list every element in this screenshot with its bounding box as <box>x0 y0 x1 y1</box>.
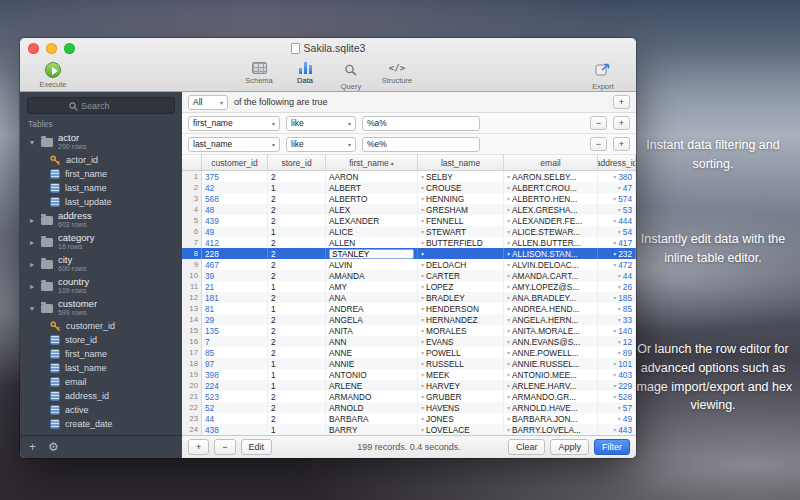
cell-dropdown-icon[interactable]: ▾ <box>618 305 621 312</box>
cell-first-name[interactable]: ARMANDO <box>326 391 418 402</box>
zoom-button[interactable] <box>64 43 75 54</box>
cell-last-name[interactable]: ▾SELBY <box>418 171 504 182</box>
cell-last-name[interactable]: ▾DELOACH <box>418 259 504 270</box>
sidebar-column-customer-create_date[interactable]: create_date <box>20 417 182 431</box>
export-button[interactable]: Export <box>580 60 626 91</box>
cell-last-name[interactable]: ▾BUTTERFIELD <box>418 237 504 248</box>
cell-store-id[interactable]: 2 <box>268 292 326 303</box>
cell-last-name[interactable]: ▾HENDERSON <box>418 303 504 314</box>
add-row-button[interactable]: + <box>188 439 209 455</box>
chevron-right-icon[interactable]: ▸ <box>28 216 36 225</box>
row-number[interactable]: 2 <box>182 182 202 193</box>
cell-dropdown-icon[interactable]: ▾ <box>618 404 621 411</box>
table-row[interactable]: 23 44 2 BARBARA ▾JONES ▾BARBARA.JON... ▾… <box>182 413 636 424</box>
cell-dropdown-icon[interactable]: ▾ <box>613 426 616 433</box>
cell-first-name[interactable]: ALICE <box>326 226 418 237</box>
sidebar-column-customer-address_id[interactable]: address_id <box>20 389 182 403</box>
cell-email[interactable]: ▾ANTONIO.MEE... <box>504 369 598 380</box>
row-number[interactable]: 3 <box>182 193 202 204</box>
row-number[interactable]: 21 <box>182 391 202 402</box>
cell-address-id[interactable]: ▾472 <box>598 259 636 270</box>
cell-dropdown-icon[interactable]: ▾ <box>613 239 616 246</box>
add-filter-group-button[interactable]: + <box>613 95 630 109</box>
cell-last-name[interactable]: ▾MEEK <box>418 369 504 380</box>
cell-address-id[interactable]: ▾47 <box>598 182 636 193</box>
sidebar-column-customer-active[interactable]: active <box>20 403 182 417</box>
cell-address-id[interactable]: ▾417 <box>598 237 636 248</box>
cell-store-id[interactable]: 1 <box>268 226 326 237</box>
search-input[interactable] <box>81 101 133 111</box>
cell-email[interactable]: ▾ANNIE.RUSSEL... <box>504 358 598 369</box>
table-row[interactable]: 11 21 1 AMY ▾LOPEZ ▾AMY.LOPEZ@S... ▾26 <box>182 281 636 292</box>
sidebar-item-actor[interactable]: ▾ actor 200 rows <box>20 131 182 153</box>
cell-email[interactable]: ▾ALBERT.CROU... <box>504 182 598 193</box>
cell-customer-id[interactable]: 42 <box>202 182 268 193</box>
cell-dropdown-icon[interactable]: ▾ <box>421 206 424 213</box>
cell-address-id[interactable]: ▾443 <box>598 424 636 435</box>
cell-address-id[interactable]: ▾12 <box>598 336 636 347</box>
sidebar-item-city[interactable]: ▸ city 600 rows <box>20 253 182 275</box>
cell-dropdown-icon[interactable]: ▾ <box>507 404 510 411</box>
cell-first-name[interactable] <box>326 248 418 259</box>
cell-customer-id[interactable]: 228 <box>202 248 268 259</box>
row-number[interactable]: 10 <box>182 270 202 281</box>
cell-customer-id[interactable]: 438 <box>202 424 268 435</box>
cell-dropdown-icon[interactable]: ▾ <box>421 217 424 224</box>
cell-last-name[interactable]: ▾LOPEZ <box>418 281 504 292</box>
row-number[interactable]: 17 <box>182 347 202 358</box>
cell-customer-id[interactable]: 568 <box>202 193 268 204</box>
cell-email[interactable]: ▾AMANDA.CART... <box>504 270 598 281</box>
cell-customer-id[interactable]: 7 <box>202 336 268 347</box>
cell-store-id[interactable]: 1 <box>268 303 326 314</box>
cell-store-id[interactable]: 2 <box>268 347 326 358</box>
table-row[interactable]: 13 81 1 ANDREA ▾HENDERSON ▾ANDREA.HEND..… <box>182 303 636 314</box>
cell-dropdown-icon[interactable]: ▾ <box>421 360 424 367</box>
cell-first-name[interactable]: AMANDA <box>326 270 418 281</box>
cell-customer-id[interactable]: 467 <box>202 259 268 270</box>
cell-store-id[interactable]: 1 <box>268 380 326 391</box>
cell-last-name[interactable]: ▾GRUBER <box>418 391 504 402</box>
cell-first-name[interactable]: ALBERT <box>326 182 418 193</box>
cell-dropdown-icon[interactable]: ▾ <box>507 327 510 334</box>
cell-dropdown-icon[interactable]: ▾ <box>507 239 510 246</box>
column-header-customer_id[interactable]: customer_id <box>202 155 268 170</box>
column-header-last_name[interactable]: last_name <box>418 155 504 170</box>
sidebar-search[interactable] <box>27 97 175 114</box>
cell-customer-id[interactable]: 81 <box>202 303 268 314</box>
cell-dropdown-icon[interactable]: ▾ <box>507 426 510 433</box>
minimize-button[interactable] <box>46 43 57 54</box>
filter-column-select-1[interactable]: first_name ▾ <box>188 116 280 131</box>
cell-dropdown-icon[interactable]: ▾ <box>507 360 510 367</box>
filter-column-select-2[interactable]: last_name ▾ <box>188 137 280 152</box>
cell-dropdown-icon[interactable]: ▾ <box>613 217 616 224</box>
add-table-button[interactable]: + <box>29 440 36 454</box>
cell-first-name[interactable]: AMY <box>326 281 418 292</box>
cell-first-name[interactable]: ANITA <box>326 325 418 336</box>
column-header-address_id[interactable]: address_id <box>598 155 636 170</box>
row-number[interactable]: 24 <box>182 424 202 435</box>
cell-first-name[interactable]: ANN <box>326 336 418 347</box>
row-number[interactable]: 6 <box>182 226 202 237</box>
cell-customer-id[interactable]: 181 <box>202 292 268 303</box>
cell-first-name[interactable]: BARBARA <box>326 413 418 424</box>
sidebar-item-address[interactable]: ▸ address 603 rows <box>20 209 182 231</box>
row-number[interactable]: 18 <box>182 358 202 369</box>
cell-dropdown-icon[interactable]: ▾ <box>507 228 510 235</box>
cell-address-id[interactable]: ▾44 <box>598 270 636 281</box>
cell-customer-id[interactable]: 29 <box>202 314 268 325</box>
cell-address-id[interactable]: ▾574 <box>598 193 636 204</box>
add-filter-button-2[interactable]: + <box>613 137 630 151</box>
sidebar-column-actor-last_update[interactable]: last_update <box>20 195 182 209</box>
cell-address-id[interactable]: ▾49 <box>598 413 636 424</box>
chevron-right-icon[interactable]: ▸ <box>28 260 36 269</box>
cell-dropdown-icon[interactable]: ▾ <box>421 250 424 257</box>
cell-dropdown-icon[interactable]: ▾ <box>507 338 510 345</box>
cell-dropdown-icon[interactable]: ▾ <box>421 371 424 378</box>
cell-store-id[interactable]: 2 <box>268 171 326 182</box>
cell-last-name[interactable]: ▾GRESHAM <box>418 204 504 215</box>
table-row[interactable]: 20 224 1 ARLENE ▾HARVEY ▾ARLENE.HARV... … <box>182 380 636 391</box>
sidebar-item-customer[interactable]: ▾ customer 599 rows <box>20 297 182 319</box>
chevron-down-icon[interactable]: ▾ <box>28 138 36 147</box>
column-header-first_name[interactable]: first_name▴ <box>326 155 418 170</box>
cell-dropdown-icon[interactable]: ▾ <box>507 294 510 301</box>
